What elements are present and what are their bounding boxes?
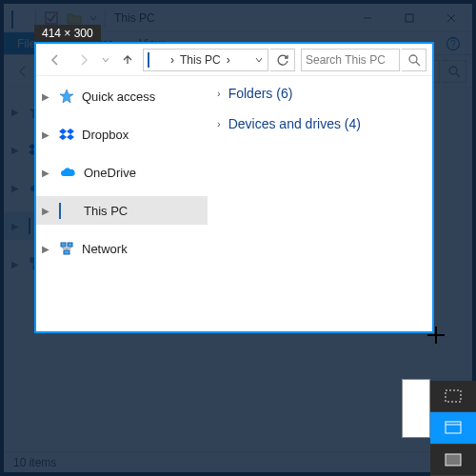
chevron-right-icon[interactable]: ▶: [42, 168, 51, 178]
svg-text:?: ?: [450, 39, 456, 50]
up-button[interactable]: [114, 48, 141, 72]
dropbox-icon: [59, 127, 74, 142]
minimize-button[interactable]: [347, 4, 388, 32]
snip-content: › This PC › Search This PC ▶ Quick acces…: [36, 44, 432, 331]
network-icon: [59, 241, 74, 256]
chevron-right-icon[interactable]: ›: [217, 88, 221, 99]
search-input[interactable]: Search This PC: [301, 49, 400, 71]
chevron-right-icon[interactable]: ▶: [42, 244, 51, 254]
sidebar-item-label: This PC: [84, 204, 128, 218]
address-bar[interactable]: › This PC ›: [143, 49, 268, 71]
svg-rect-16: [64, 250, 69, 254]
chevron-right-icon[interactable]: ▶: [11, 259, 21, 269]
sidebar-item-label: Network: [82, 242, 128, 256]
svg-line-6: [456, 73, 460, 77]
snip-mode-window[interactable]: [430, 412, 476, 444]
search-button[interactable]: [442, 60, 466, 83]
back-button[interactable]: [10, 59, 36, 84]
svg-point-11: [409, 55, 417, 63]
group-label: Folders (6): [228, 86, 293, 101]
group-devices[interactable]: › Devices and drives (4): [217, 116, 361, 131]
svg-rect-17: [446, 390, 461, 402]
snip-mode-rect[interactable]: [430, 381, 476, 412]
forward-button[interactable]: [70, 48, 97, 72]
snip-mode-full[interactable]: [430, 445, 476, 476]
sidebar-item-quick-access[interactable]: ▶ Quick access: [36, 82, 208, 110]
sidebar-item-label: Quick access: [82, 89, 155, 104]
group-folders[interactable]: › Folders (6): [217, 86, 361, 101]
search-placeholder: Search This PC: [306, 53, 386, 67]
recent-dropdown[interactable]: [99, 48, 112, 72]
svg-rect-18: [446, 422, 461, 433]
sidebar-item-network[interactable]: ▶ Network: [36, 234, 208, 263]
chevron-right-icon[interactable]: ▶: [42, 91, 51, 102]
star-icon: [59, 89, 74, 104]
refresh-button[interactable]: [270, 49, 295, 71]
sidebar-item-onedrive[interactable]: ▶ OneDrive: [36, 158, 208, 187]
svg-point-5: [449, 67, 457, 74]
svg-marker-13: [60, 89, 73, 103]
status-bar: 10 items: [4, 451, 472, 472]
app-icon: [10, 8, 30, 29]
chevron-right-icon[interactable]: ▶: [11, 145, 21, 155]
chevron-right-icon[interactable]: ▶: [11, 221, 21, 231]
status-text: 10 items: [13, 456, 56, 469]
svg-rect-2: [406, 14, 413, 22]
cloud-icon: [59, 166, 76, 179]
svg-rect-0: [46, 12, 57, 24]
chevron-right-icon[interactable]: ▶: [11, 107, 21, 117]
snip-size-tooltip: 414 × 300: [34, 25, 101, 42]
help-button[interactable]: ?: [434, 32, 472, 54]
snip-thumbnail: [402, 379, 430, 438]
snip-selection[interactable]: › This PC › Search This PC ▶ Quick acces…: [34, 42, 434, 333]
chevron-right-icon[interactable]: ▶: [11, 183, 21, 193]
sidebar-item-this-pc[interactable]: ▶ This PC: [36, 196, 208, 225]
address-sep: ›: [227, 53, 230, 67]
crosshair-cursor-icon: [427, 327, 445, 344]
search-button[interactable]: [402, 49, 426, 71]
svg-line-12: [416, 62, 420, 66]
svg-rect-20: [446, 454, 461, 466]
chevron-right-icon[interactable]: ›: [217, 118, 221, 129]
group-label: Devices and drives (4): [228, 116, 361, 131]
svg-rect-15: [68, 243, 72, 247]
address-title[interactable]: This PC: [180, 53, 221, 67]
chevron-down-icon[interactable]: [254, 55, 264, 65]
chevron-right-icon[interactable]: ▶: [42, 206, 51, 216]
back-button[interactable]: [42, 48, 69, 72]
chevron-right-icon[interactable]: ▶: [42, 129, 51, 140]
maximize-button[interactable]: [388, 4, 430, 32]
sidebar-item-label: OneDrive: [84, 166, 136, 180]
sidebar-item-label: Dropbox: [82, 128, 129, 142]
close-button[interactable]: [430, 4, 472, 32]
svg-rect-14: [61, 243, 66, 247]
window-title: This PC: [114, 11, 155, 25]
monitor-icon: [148, 53, 165, 67]
monitor-icon: [59, 204, 76, 217]
sidebar-item-dropbox[interactable]: ▶ Dropbox: [36, 120, 208, 149]
address-sep: ›: [170, 53, 174, 67]
snip-toolbar: [430, 381, 476, 476]
